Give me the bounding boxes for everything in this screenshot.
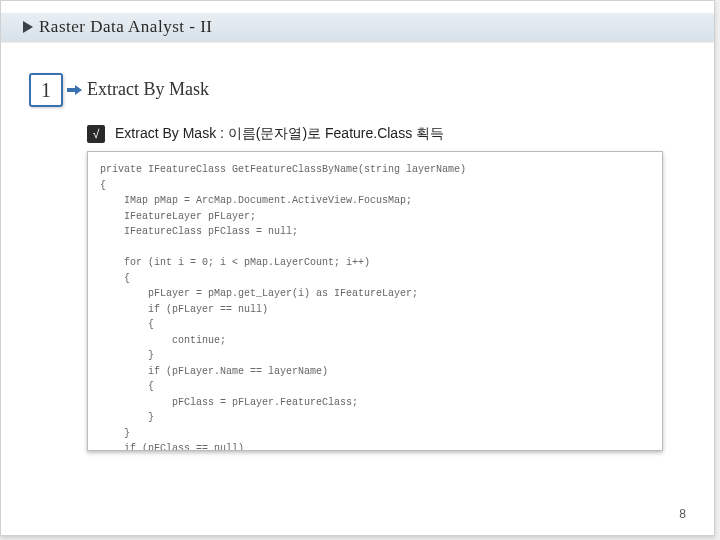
code-block: private IFeatureClass GetFeatureClassByN… xyxy=(100,162,650,451)
check-icon: √ xyxy=(87,125,105,143)
subtitle-text: Extract By Mask : 이름(문자열)로 Feature.Class… xyxy=(115,125,444,143)
code-frame: private IFeatureClass GetFeatureClassByN… xyxy=(87,151,663,451)
step-number-box: 1 xyxy=(29,73,63,107)
section-title: Extract By Mask xyxy=(87,79,209,100)
chevron-right-icon xyxy=(23,21,33,33)
step-number: 1 xyxy=(41,79,51,102)
slide: Raster Data Analyst - II 1 Extract By Ma… xyxy=(0,0,715,536)
slide-title: Raster Data Analyst - II xyxy=(39,17,212,37)
title-band: Raster Data Analyst - II xyxy=(1,13,714,41)
arrow-right-icon xyxy=(67,86,81,96)
subtitle-row: √ Extract By Mask : 이름(문자열)로 Feature.Cla… xyxy=(87,125,444,143)
page-number: 8 xyxy=(679,507,686,521)
